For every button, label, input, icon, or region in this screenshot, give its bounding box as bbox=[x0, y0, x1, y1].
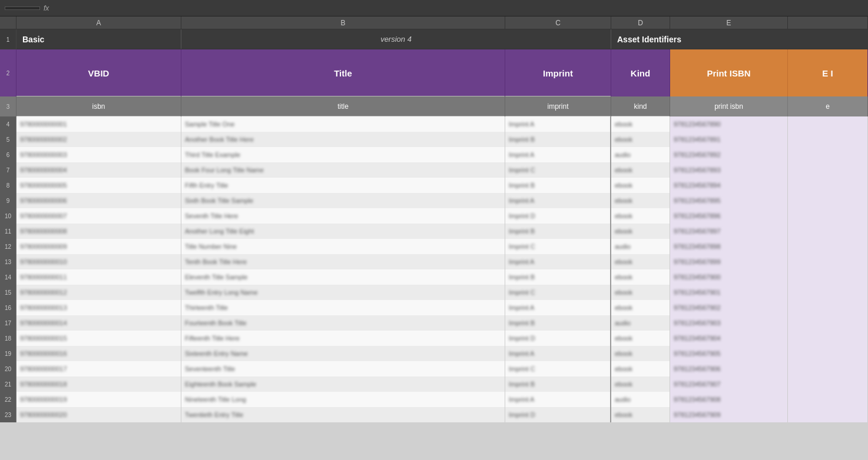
cell-print-isbn[interactable]: 9781234567905 bbox=[670, 346, 788, 361]
cell-vbid[interactable]: 9780000000014 bbox=[16, 315, 181, 331]
cell-imprint[interactable]: Imprint A bbox=[505, 346, 611, 361]
cell-kind[interactable]: ebook bbox=[611, 300, 670, 315]
cell-imprint[interactable]: Imprint A bbox=[505, 392, 611, 407]
cell-kind[interactable]: audio bbox=[611, 392, 670, 407]
table-row[interactable]: 21 9780000000018 Eighteenth Book Sample … bbox=[0, 376, 868, 392]
cell-kind[interactable]: ebook bbox=[611, 254, 670, 269]
cell-vbid[interactable]: 9780000000019 bbox=[16, 392, 181, 407]
cell-kind[interactable]: ebook bbox=[611, 224, 670, 239]
cell-title[interactable]: Fifth Entry Title bbox=[181, 178, 505, 193]
cell-print-isbn[interactable]: 9781234567907 bbox=[670, 376, 788, 392]
cell-e-isbn[interactable] bbox=[788, 147, 868, 162]
cell-vbid[interactable]: 9780000000016 bbox=[16, 346, 181, 361]
cell-title[interactable]: Tenth Book Title Here bbox=[181, 254, 505, 269]
cell-title[interactable]: Twentieth Entry Title bbox=[181, 407, 505, 422]
cell-vbid[interactable]: 9780000000017 bbox=[16, 361, 181, 376]
cell-title[interactable]: Another Long Title Eight bbox=[181, 224, 505, 239]
cell-title[interactable]: Thirteenth Title bbox=[181, 300, 505, 315]
cell-e-isbn[interactable] bbox=[788, 193, 868, 208]
cell-print-isbn[interactable]: 9781234567899 bbox=[670, 254, 788, 269]
cell-kind[interactable]: ebook bbox=[611, 346, 670, 361]
cell-kind[interactable]: ebook bbox=[611, 361, 670, 376]
cell-kind[interactable]: ebook bbox=[611, 178, 670, 193]
cell-kind[interactable]: ebook bbox=[611, 162, 670, 178]
cell-imprint[interactable]: Imprint C bbox=[505, 162, 611, 178]
cell-imprint[interactable]: Imprint B bbox=[505, 178, 611, 193]
cell-imprint[interactable]: Imprint A bbox=[505, 193, 611, 208]
cell-print-isbn[interactable]: 9781234567903 bbox=[670, 315, 788, 331]
cell-vbid[interactable]: 9780000000003 bbox=[16, 147, 181, 162]
table-row[interactable]: 9 9780000000006 Sixth Book Title Sample … bbox=[0, 193, 868, 208]
cell-imprint[interactable]: Imprint C bbox=[505, 361, 611, 376]
cell-vbid[interactable]: 9780000000015 bbox=[16, 331, 181, 346]
cell-imprint[interactable]: Imprint B bbox=[505, 376, 611, 392]
cell-vbid[interactable]: 9780000000006 bbox=[16, 193, 181, 208]
table-row[interactable]: 11 9780000000008 Another Long Title Eigh… bbox=[0, 224, 868, 239]
table-row[interactable]: 12 9780000000009 Title Number Nine Impri… bbox=[0, 239, 868, 254]
cell-imprint[interactable]: Imprint C bbox=[505, 285, 611, 300]
table-row[interactable]: 6 9780000000003 Third Title Example Impr… bbox=[0, 147, 868, 162]
cell-vbid[interactable]: 9780000000008 bbox=[16, 224, 181, 239]
cell-vbid[interactable]: 9780000000009 bbox=[16, 239, 181, 254]
cell-e-isbn[interactable] bbox=[788, 269, 868, 285]
cell-e-isbn[interactable] bbox=[788, 116, 868, 132]
cell-kind[interactable]: ebook bbox=[611, 269, 670, 285]
cell-vbid[interactable]: 9780000000018 bbox=[16, 376, 181, 392]
cell-vbid[interactable]: 9780000000004 bbox=[16, 162, 181, 178]
cell-print-isbn[interactable]: 9781234567902 bbox=[670, 300, 788, 315]
cell-title[interactable]: Fourteenth Book Title bbox=[181, 315, 505, 331]
cell-kind[interactable]: ebook bbox=[611, 208, 670, 224]
cell-print-isbn[interactable]: 9781234567896 bbox=[670, 208, 788, 224]
cell-e-isbn[interactable] bbox=[788, 346, 868, 361]
cell-imprint[interactable]: Imprint C bbox=[505, 239, 611, 254]
table-row[interactable]: 8 9780000000005 Fifth Entry Title Imprin… bbox=[0, 178, 868, 193]
table-row[interactable]: 19 9780000000016 Sixteenth Entry Name Im… bbox=[0, 346, 868, 361]
table-row[interactable]: 5 9780000000002 Another Book Title Here … bbox=[0, 132, 868, 147]
cell-print-isbn[interactable]: 9781234567900 bbox=[670, 269, 788, 285]
cell-imprint[interactable]: Imprint D bbox=[505, 208, 611, 224]
cell-print-isbn[interactable]: 9781234567891 bbox=[670, 132, 788, 147]
table-row[interactable]: 15 9780000000012 Twelfth Entry Long Name… bbox=[0, 285, 868, 300]
cell-title[interactable]: Third Title Example bbox=[181, 147, 505, 162]
cell-e-isbn[interactable] bbox=[788, 407, 868, 422]
cell-title[interactable]: Eleventh Title Sample bbox=[181, 269, 505, 285]
cell-e-isbn[interactable] bbox=[788, 392, 868, 407]
cell-title[interactable]: Sample Title One bbox=[181, 116, 505, 132]
cell-imprint[interactable]: Imprint B bbox=[505, 315, 611, 331]
cell-e-isbn[interactable] bbox=[788, 178, 868, 193]
cell-print-isbn[interactable]: 9781234567893 bbox=[670, 162, 788, 178]
cell-kind[interactable]: ebook bbox=[611, 116, 670, 132]
table-row[interactable]: 14 9780000000011 Eleventh Title Sample I… bbox=[0, 269, 868, 285]
cell-title[interactable]: Fifteenth Title Here bbox=[181, 331, 505, 346]
cell-vbid[interactable]: 9780000000010 bbox=[16, 254, 181, 269]
cell-vbid[interactable]: 9780000000002 bbox=[16, 132, 181, 147]
cell-kind[interactable]: ebook bbox=[611, 331, 670, 346]
cell-vbid[interactable]: 9780000000011 bbox=[16, 269, 181, 285]
cell-print-isbn[interactable]: 9781234567904 bbox=[670, 331, 788, 346]
cell-e-isbn[interactable] bbox=[788, 254, 868, 269]
cell-vbid[interactable]: 9780000000005 bbox=[16, 178, 181, 193]
cell-kind[interactable]: ebook bbox=[611, 132, 670, 147]
cell-e-isbn[interactable] bbox=[788, 224, 868, 239]
cell-kind[interactable]: ebook bbox=[611, 376, 670, 392]
cell-imprint[interactable]: Imprint D bbox=[505, 407, 611, 422]
table-row[interactable]: 13 9780000000010 Tenth Book Title Here I… bbox=[0, 254, 868, 269]
cell-kind[interactable]: ebook bbox=[611, 285, 670, 300]
cell-print-isbn[interactable]: 9781234567908 bbox=[670, 392, 788, 407]
cell-print-isbn[interactable]: 9781234567890 bbox=[670, 116, 788, 132]
cell-kind[interactable]: audio bbox=[611, 315, 670, 331]
cell-title[interactable]: Nineteenth Title Long bbox=[181, 392, 505, 407]
cell-print-isbn[interactable]: 9781234567906 bbox=[670, 361, 788, 376]
table-row[interactable]: 7 9780000000004 Book Four Long Title Nam… bbox=[0, 162, 868, 178]
cell-e-isbn[interactable] bbox=[788, 376, 868, 392]
cell-print-isbn[interactable]: 9781234567895 bbox=[670, 193, 788, 208]
cell-imprint[interactable]: Imprint B bbox=[505, 224, 611, 239]
cell-vbid[interactable]: 9780000000013 bbox=[16, 300, 181, 315]
cell-e-isbn[interactable] bbox=[788, 285, 868, 300]
cell-title[interactable]: Another Book Title Here bbox=[181, 132, 505, 147]
cell-imprint[interactable]: Imprint B bbox=[505, 269, 611, 285]
table-row[interactable]: 17 9780000000014 Fourteenth Book Title I… bbox=[0, 315, 868, 331]
cell-imprint[interactable]: Imprint B bbox=[505, 132, 611, 147]
cell-imprint[interactable]: Imprint A bbox=[505, 116, 611, 132]
cell-kind[interactable]: ebook bbox=[611, 193, 670, 208]
